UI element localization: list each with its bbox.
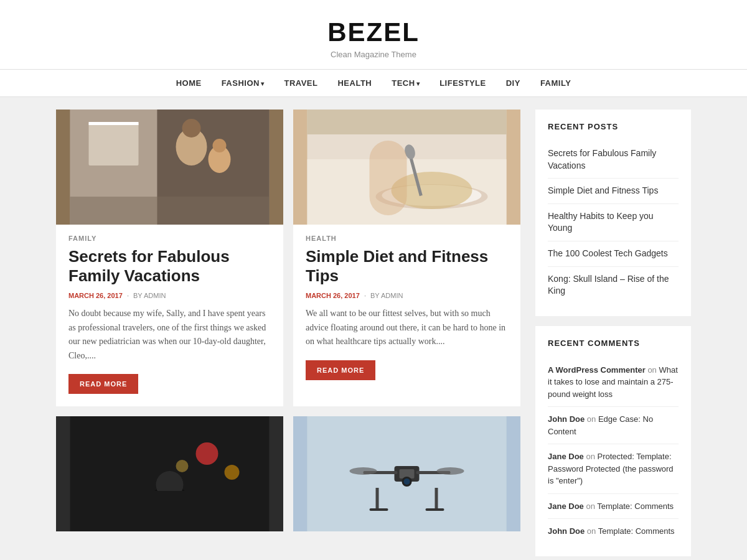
recent-posts-list: Secrets for Fabulous Family VacationsSim… (548, 141, 679, 304)
card-category: HEALTH (306, 235, 508, 242)
card-excerpt: No doubt because my wife, Sally, and I h… (68, 307, 271, 363)
comment-link[interactable]: Template: Comments (598, 526, 675, 536)
svg-rect-33 (435, 488, 438, 510)
post-card-3 (56, 416, 283, 531)
comment-on: on (586, 502, 594, 511)
recent-post-link[interactable]: The 100 Coolest Tech Gadgets (548, 248, 668, 258)
nav-item-family[interactable]: FAMILY (530, 70, 581, 96)
card-body: FAMILY Secrets for Fabulous Family Vacat… (56, 225, 283, 406)
card-category: FAMILY (68, 235, 271, 242)
card-image (56, 416, 283, 531)
recent-comments-list: A WordPress Commenter on What it takes t… (548, 358, 679, 544)
nav-link-diy[interactable]: DIY (496, 70, 530, 96)
comment-link[interactable]: Template: Comments (597, 502, 674, 511)
card-date: MARCH 26, 2017 (68, 292, 123, 299)
nav-link-tech[interactable]: TECH▾ (382, 70, 430, 96)
comment-on: on (586, 452, 594, 461)
content-wrapper: FAMILY Secrets for Fabulous Family Vacat… (50, 97, 697, 560)
card-author: ADMIN (381, 292, 403, 299)
comment-author: Jane Doe (548, 452, 584, 461)
recent-posts-title: RECENT POSTS (548, 122, 679, 131)
svg-point-35 (437, 467, 464, 475)
svg-point-20 (196, 442, 218, 465)
svg-rect-38 (370, 508, 388, 511)
card-date: MARCH 26, 2017 (306, 292, 360, 299)
card-by: BY (133, 292, 144, 299)
recent-post-link[interactable]: Healthy Habits to Keep you Young (548, 211, 654, 233)
svg-rect-32 (376, 488, 379, 510)
read-more-button[interactable]: READ MORE (306, 360, 375, 380)
recent-comments-widget: RECENT COMMENTS A WordPress Commenter on… (535, 326, 691, 556)
svg-rect-39 (426, 508, 444, 511)
recent-comment-item: John Doe on Edge Case: No Content (548, 407, 679, 444)
nav-item-fashion[interactable]: FASHION▾ (212, 70, 275, 96)
nav-item-tech[interactable]: TECH▾ (382, 70, 430, 96)
card-by: BY (370, 292, 381, 299)
separator: · (127, 292, 131, 299)
card-title: Secrets for Fabulous Family Vacations (68, 247, 271, 286)
comment-author: John Doe (548, 526, 585, 536)
recent-post-item: Kong: Skull Island – Rise of the King (548, 267, 679, 304)
card-image (293, 110, 520, 225)
nav-item-home[interactable]: HOME (166, 70, 212, 96)
dropdown-arrow-icon: ▾ (416, 80, 420, 87)
site-tagline: Clean Magazine Theme (12, 50, 735, 59)
card-excerpt: We all want to be our fittest selves, bu… (306, 307, 508, 348)
svg-rect-9 (70, 197, 270, 225)
svg-rect-3 (89, 122, 139, 166)
nav-link-health[interactable]: HEALTH (327, 70, 382, 96)
card-image (56, 110, 283, 225)
svg-point-22 (176, 460, 189, 472)
recent-comment-item: Jane Doe on Template: Comments (548, 494, 679, 520)
recent-posts-widget: RECENT POSTS Secrets for Fabulous Family… (535, 110, 691, 316)
nav-link-home[interactable]: HOME (166, 70, 212, 96)
nav-link-fashion[interactable]: FASHION▾ (212, 70, 275, 96)
comment-author: John Doe (548, 414, 585, 424)
nav-item-lifestyle[interactable]: LIFESTYLE (430, 70, 496, 96)
comment-on: on (587, 414, 596, 424)
svg-rect-18 (370, 141, 407, 215)
recent-post-item: Secrets for Fabulous Family Vacations (548, 141, 679, 179)
dropdown-arrow-icon: ▾ (261, 80, 265, 87)
svg-point-37 (404, 478, 410, 485)
post-card-4 (293, 416, 520, 531)
svg-point-21 (225, 465, 240, 480)
recent-post-item: Simple Diet and Fitness Tips (548, 179, 679, 204)
recent-post-link[interactable]: Simple Diet and Fitness Tips (548, 185, 658, 195)
recent-comment-item: Jane Doe on Protected: Template: Passwor… (548, 444, 679, 494)
recent-comment-item: John Doe on Template: Comments (548, 519, 679, 544)
svg-point-8 (213, 139, 227, 152)
nav-link-travel[interactable]: TRAVEL (274, 70, 327, 96)
nav-link-family[interactable]: FAMILY (530, 70, 581, 96)
recent-comments-title: RECENT COMMENTS (548, 338, 679, 348)
svg-rect-4 (89, 122, 139, 125)
recent-post-item: The 100 Coolest Tech Gadgets (548, 241, 679, 267)
comment-on: on (647, 365, 656, 375)
main-nav: HOMEFASHION▾TRAVELHEALTHTECH▾LIFESTYLEDI… (0, 70, 747, 97)
separator: · (364, 292, 368, 299)
card-author: ADMIN (144, 292, 166, 299)
nav-item-travel[interactable]: TRAVEL (274, 70, 327, 96)
comment-author: A WordPress Commenter (548, 365, 646, 375)
site-header: BEZEL Clean Magazine Theme (0, 0, 747, 70)
recent-post-item: Healthy Habits to Keep you Young (548, 204, 679, 241)
card-body: HEALTH Simple Diet and Fitness Tips MARC… (293, 225, 520, 393)
svg-point-34 (350, 467, 377, 475)
svg-rect-25 (133, 491, 207, 531)
nav-item-health[interactable]: HEALTH (327, 70, 382, 96)
main-content: FAMILY Secrets for Fabulous Family Vacat… (56, 110, 520, 531)
card-title: Simple Diet and Fitness Tips (306, 247, 508, 286)
post-card-1: FAMILY Secrets for Fabulous Family Vacat… (56, 110, 283, 406)
recent-post-link[interactable]: Secrets for Fabulous Family Vacations (548, 148, 656, 170)
comment-author: Jane Doe (548, 502, 584, 511)
read-more-button[interactable]: READ MORE (68, 374, 138, 394)
nav-item-diy[interactable]: DIY (496, 70, 530, 96)
svg-rect-11 (308, 110, 507, 134)
nav-link-lifestyle[interactable]: LIFESTYLE (430, 70, 496, 96)
recent-comment-item: A WordPress Commenter on What it takes t… (548, 358, 679, 408)
card-meta: MARCH 26, 2017 · BY ADMIN (68, 292, 271, 299)
comment-on: on (587, 526, 596, 536)
recent-post-link[interactable]: Kong: Skull Island – Rise of the King (548, 274, 669, 296)
site-title: BEZEL (12, 17, 735, 47)
card-image (293, 416, 520, 531)
